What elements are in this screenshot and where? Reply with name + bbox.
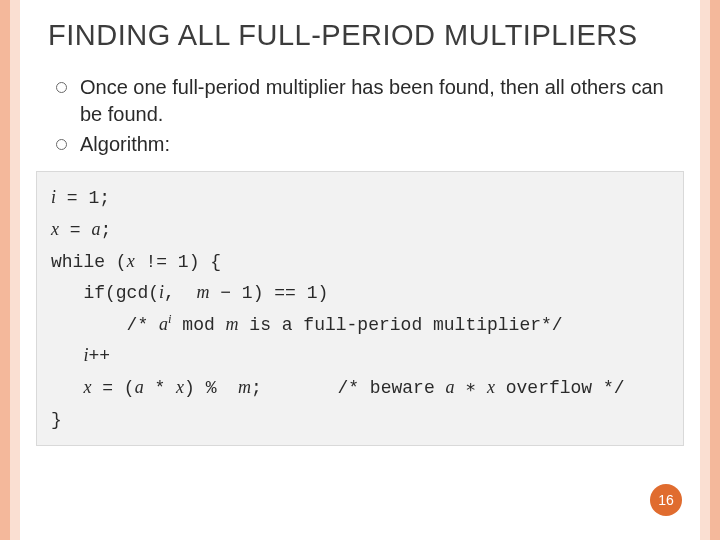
bullet-list: Once one full-period multiplier has been… [48, 74, 672, 157]
code-comment: ∗ [454, 378, 486, 398]
code-comment: ; /* beware [251, 378, 445, 398]
code-comment: /* [51, 315, 159, 335]
code-var: x [51, 219, 59, 239]
right-stripe-inner [700, 0, 710, 540]
slide-title: FINDING ALL FULL-PERIOD MULTIPLIERS [48, 18, 672, 52]
list-item: Algorithm: [56, 131, 672, 157]
code-kw: while ( [51, 252, 127, 272]
code-var: x [127, 251, 135, 271]
code-var: m [238, 377, 251, 397]
code-line: /* ai mod m is a full-period multiplier*… [51, 309, 669, 341]
code-line: } [51, 404, 669, 436]
code-var: m [196, 282, 209, 302]
code-line: x = (a * x) % m; /* beware a ∗ x overflo… [51, 372, 669, 404]
slide-content: FINDING ALL FULL-PERIOD MULTIPLIERS Once… [20, 0, 700, 540]
code-line: x = a; [51, 214, 669, 246]
code-line: i++ [51, 340, 669, 372]
code-var: x [176, 377, 184, 397]
code-kw: = ( [91, 378, 134, 398]
code-var: a [135, 377, 144, 397]
code-comment: is a full-period multiplier*/ [239, 315, 563, 335]
code-op: = 1; [56, 188, 110, 208]
right-stripe-outer [710, 0, 720, 540]
list-item: Once one full-period multiplier has been… [56, 74, 672, 127]
code-var: x [487, 377, 495, 397]
code-var: m [226, 314, 239, 334]
left-stripe-outer [0, 0, 10, 540]
code-line: i = 1; [51, 182, 669, 214]
code-var: a [159, 314, 168, 334]
code-kw: != 1) { [135, 252, 221, 272]
code-kw: if(gcd( [51, 283, 159, 303]
code-op: = [59, 220, 91, 240]
code-kw [51, 346, 83, 366]
code-kw: , [164, 283, 196, 303]
code-kw: ) % [184, 378, 238, 398]
page-number: 16 [658, 492, 674, 508]
code-kw [51, 378, 83, 398]
code-kw: } [51, 410, 62, 430]
code-line: if(gcd(i, m − 1) == 1) [51, 277, 669, 309]
code-comment: mod [172, 315, 226, 335]
left-stripe-inner [10, 0, 20, 540]
code-line: while (x != 1) { [51, 246, 669, 278]
algorithm-code-block: i = 1; x = a; while (x != 1) { if(gcd(i,… [36, 171, 684, 446]
code-kw: ++ [88, 346, 110, 366]
code-kw: − 1) == 1) [209, 283, 328, 303]
code-kw: * [144, 378, 176, 398]
page-number-badge: 16 [650, 484, 682, 516]
code-op: ; [100, 220, 111, 240]
code-comment: overflow */ [495, 378, 625, 398]
